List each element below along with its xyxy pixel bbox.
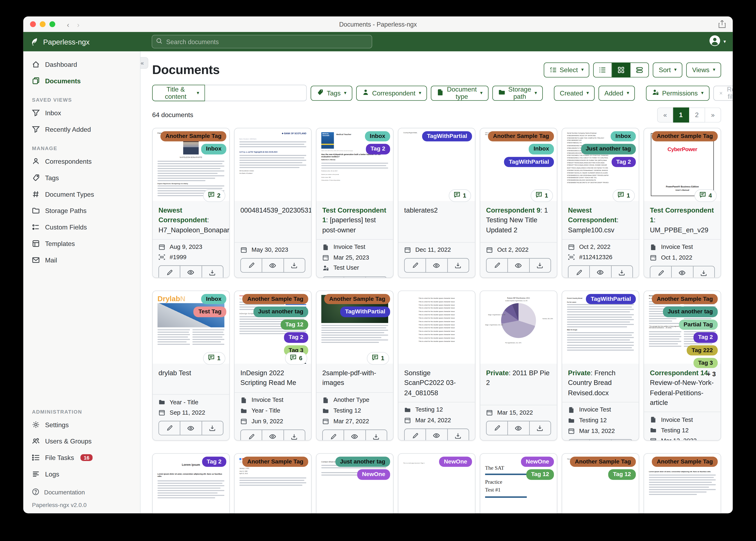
document-card[interactable]: This is a testAnother Sample TagTag 12 <box>562 453 639 513</box>
tag-badge-tagwithpartial[interactable]: TagWithPartial <box>340 307 390 317</box>
tag-badge-another-sample-tag[interactable]: Another Sample Tag <box>161 131 226 142</box>
download-button[interactable] <box>283 259 305 272</box>
sidebar-collapse-button[interactable]: « <box>141 57 148 69</box>
comments-badge[interactable]: 1 <box>613 189 635 202</box>
document-card[interactable]: AdobeThis document contains…InDesign Scr… <box>234 290 312 441</box>
comments-badge[interactable]: 1 <box>203 352 225 365</box>
document-card[interactable]: one,1.0five,5.0Another Sample TagInboxTa… <box>480 128 557 278</box>
filter-permissions-button[interactable]: Permissions▾ <box>646 86 709 101</box>
document-card[interactable]: Lorem ipsumLorem ipsum dolor sit amet, c… <box>644 453 721 513</box>
tag-badge-another-sample-tag[interactable]: Another Sample Tag <box>324 294 390 304</box>
preview-button[interactable] <box>589 440 611 441</box>
filter-document-type-button[interactable]: Document type▾ <box>431 86 488 101</box>
tag-badge-tagwithpartial[interactable]: TagWithPartial <box>586 294 636 304</box>
download-button[interactable] <box>365 430 387 441</box>
tag-badge-just-another-tag[interactable]: Just another tag <box>253 307 308 317</box>
sidebar-item-document-types[interactable]: Document Types <box>23 186 140 203</box>
filter-correspondent-button[interactable]: Correspondent▾ <box>356 86 427 101</box>
sidebar-item-custom-fields[interactable]: Custom Fields <box>23 219 140 236</box>
document-correspondent[interactable]: Newest Correspondent <box>158 207 207 224</box>
edit-button[interactable] <box>650 267 671 278</box>
download-button[interactable] <box>201 421 223 435</box>
edit-button[interactable] <box>159 266 180 278</box>
comments-badge[interactable]: 6 <box>285 352 307 365</box>
download-button[interactable] <box>365 277 387 278</box>
tag-badge-another-sample-tag[interactable]: Another Sample Tag <box>652 457 718 467</box>
document-card[interactable]: Francja pod rzNAPOLEON BONAPARTEDojście … <box>152 128 230 278</box>
comments-badge[interactable]: 1 <box>449 189 471 202</box>
sidebar-item-mail[interactable]: Mail <box>23 252 140 268</box>
tag-badge-tag-12[interactable]: Tag 12 <box>526 469 554 480</box>
sidebar-item-file-tasks[interactable]: File Tasks16 <box>23 449 140 466</box>
sidebar-item-documents[interactable]: Documents <box>23 73 140 89</box>
view-list-button[interactable] <box>593 62 612 77</box>
comments-badge[interactable]: 1 <box>531 189 553 202</box>
download-button[interactable] <box>529 421 550 435</box>
document-correspondent[interactable]: Newest Correspondent <box>568 207 617 224</box>
tag-badge-inbox[interactable]: Inbox <box>201 294 226 304</box>
views-button[interactable]: Views▾ <box>686 62 721 77</box>
document-correspondent[interactable]: Private <box>486 369 509 377</box>
edit-button[interactable] <box>241 430 262 441</box>
document-card[interactable]: Review of Arbitral Awards Shows Swift Re… <box>644 290 721 441</box>
tag-badge-another-sample-tag[interactable]: Another Sample Tag <box>242 457 308 467</box>
sidebar-item-tags[interactable]: Tags <box>23 170 140 186</box>
filter-storage-path-button[interactable]: Storage path▾ <box>492 86 543 101</box>
tag-badge-another-sample-tag[interactable]: Another Sample Tag <box>652 294 718 304</box>
tag-badge-another-sample-tag[interactable]: Another Sample Tag <box>242 294 308 304</box>
document-correspondent[interactable]: Private <box>568 369 591 377</box>
edit-button[interactable] <box>568 440 589 441</box>
title-content-dropdown[interactable]: Title & content▾ <box>152 85 205 101</box>
document-card[interactable]: French Country BreadFor the LeavenMake t… <box>562 290 639 441</box>
page-button-2[interactable]: 2 <box>689 107 705 123</box>
document-card[interactable]: This is a test for the double space char… <box>398 290 475 441</box>
tag-badge-tag-3[interactable]: Tag 3 <box>693 358 718 368</box>
tag-badge-inbox[interactable]: Inbox <box>365 131 390 142</box>
preview-button[interactable] <box>671 267 693 278</box>
tag-badge-test-tag[interactable]: Test Tag <box>194 307 226 317</box>
preview-button[interactable] <box>426 429 447 441</box>
download-button[interactable] <box>201 266 223 278</box>
preview-button[interactable] <box>180 421 201 435</box>
preview-button[interactable] <box>426 259 447 272</box>
tag-badge-tag-2[interactable]: Tag 2 <box>366 144 390 154</box>
search-input[interactable] <box>165 38 368 46</box>
edit-button[interactable] <box>568 266 589 278</box>
document-card[interactable]: Lorem ipsumLorem ipsum dolor sit amet, c… <box>152 453 230 513</box>
edit-button[interactable] <box>241 259 262 272</box>
close-window-button[interactable] <box>30 21 36 27</box>
tag-badge-tagwithpartial[interactable]: TagWithPartial <box>504 157 554 167</box>
tag-badge-just-another-tag[interactable]: Just another tag <box>663 307 718 317</box>
view-detail-button[interactable] <box>631 62 649 77</box>
app-brand[interactable]: Paperless-ngx <box>30 37 90 46</box>
document-correspondent[interactable]: Test Correspondent 1 <box>650 207 714 224</box>
download-button[interactable] <box>611 440 632 441</box>
preview-button[interactable] <box>344 430 365 441</box>
tag-badge-inbox[interactable]: Inbox <box>611 131 636 142</box>
user-menu[interactable]: ▾ <box>709 35 726 48</box>
tag-badge-tagwithpartial[interactable]: TagWithPartial <box>422 131 472 142</box>
minimize-window-button[interactable] <box>40 21 46 27</box>
download-button[interactable] <box>447 429 469 441</box>
preview-button[interactable] <box>262 430 283 441</box>
document-card[interactable]: CyberPowerPowerPanel® Business EditionUs… <box>644 128 721 278</box>
sidebar-item-logs[interactable]: Logs <box>23 466 140 482</box>
preview-button[interactable] <box>508 259 529 272</box>
preview-button[interactable] <box>344 277 365 278</box>
tag-badge-tag-12[interactable]: Tag 12 <box>281 319 308 330</box>
browser-forward-icon[interactable]: › <box>77 20 79 28</box>
sidebar-item-settings[interactable]: Settings <box>23 416 140 433</box>
select-button[interactable]: Select▾ <box>544 62 589 77</box>
edit-button[interactable] <box>323 277 344 278</box>
tag-badge-another-sample-tag[interactable]: Another Sample Tag <box>652 131 718 142</box>
edit-button[interactable] <box>405 429 426 441</box>
filter-created-button[interactable]: Created▾ <box>554 86 595 101</box>
sidebar-item-users-groups[interactable]: Users & Groups <box>23 433 140 449</box>
global-search[interactable] <box>152 35 372 48</box>
tag-badge-inbox[interactable]: Inbox <box>529 144 554 154</box>
tag-badge-another-sample-tag[interactable]: Another Sample Tag <box>570 457 636 467</box>
document-card[interactable]: Another Sample TagTagWithPartial12sample… <box>316 290 393 441</box>
zoom-window-button[interactable] <box>50 21 55 27</box>
tag-badge-partial-tag[interactable]: Partial Tag <box>679 319 718 330</box>
document-card[interactable]: ❖ BANK OF SCOTLANDBank of Scotland • 100… <box>234 128 312 278</box>
